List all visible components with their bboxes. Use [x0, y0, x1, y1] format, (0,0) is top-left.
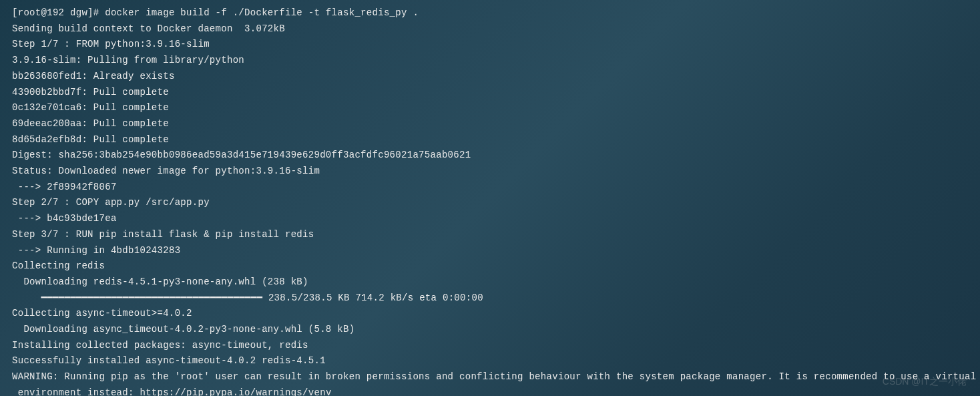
terminal-line: Step 3/7 : RUN pip install flask & pip i…	[12, 227, 968, 243]
terminal-line: ---> 2f89942f8067	[12, 180, 968, 196]
terminal-line: Successfully installed async-timeout-4.0…	[12, 353, 968, 369]
terminal-line: Step 1/7 : FROM python:3.9.16-slim	[12, 37, 968, 53]
terminal-line: ---> b4c93bde17ea	[12, 211, 968, 227]
terminal-line: WARNING: Running pip as the 'root' user …	[12, 369, 968, 385]
terminal-line: ━━━━━━━━━━━━━━━━━━━━━━━━━━━━━━━━━━━━━━ 2…	[12, 290, 968, 307]
warning-url-link[interactable]: https://pip.pypa.io/warnings/venv	[140, 387, 331, 396]
terminal-line: 0c132e701ca6: Pull complete	[12, 100, 968, 116]
terminal-line: Collecting async-timeout>=4.0.2	[12, 306, 968, 322]
terminal-line: Collecting redis	[12, 258, 968, 274]
terminal-line: ---> Running in 4bdb10243283	[12, 243, 968, 259]
terminal-line: bb263680fed1: Already exists	[12, 69, 968, 85]
terminal-line: Digest: sha256:3bab254e90bb0986ead59a3d4…	[12, 148, 968, 164]
terminal-line: environment instead: https://pip.pypa.io…	[12, 385, 968, 396]
terminal-line: 43900b2bbd7f: Pull complete	[12, 85, 968, 101]
terminal-line: [root@192 dgw]# docker image build -f ./…	[12, 5, 968, 21]
terminal-line: 69deeac200aa: Pull complete	[12, 116, 968, 132]
terminal-line: Installing collected packages: async-tim…	[12, 338, 968, 354]
terminal-line: Downloading async_timeout-4.0.2-py3-none…	[12, 322, 968, 338]
terminal-line: Sending build context to Docker daemon 3…	[12, 21, 968, 37]
terminal-line: 8d65da2efb8d: Pull complete	[12, 132, 968, 148]
terminal-line: Downloading redis-4.5.1-py3-none-any.whl…	[12, 274, 968, 290]
terminal-line: Status: Downloaded newer image for pytho…	[12, 164, 968, 180]
terminal-output[interactable]: [root@192 dgw]# docker image build -f ./…	[12, 5, 968, 396]
terminal-line: Step 2/7 : COPY app.py /src/app.py	[12, 195, 968, 211]
terminal-line: 3.9.16-slim: Pulling from library/python	[12, 53, 968, 69]
warning-text: environment instead:	[12, 387, 140, 396]
